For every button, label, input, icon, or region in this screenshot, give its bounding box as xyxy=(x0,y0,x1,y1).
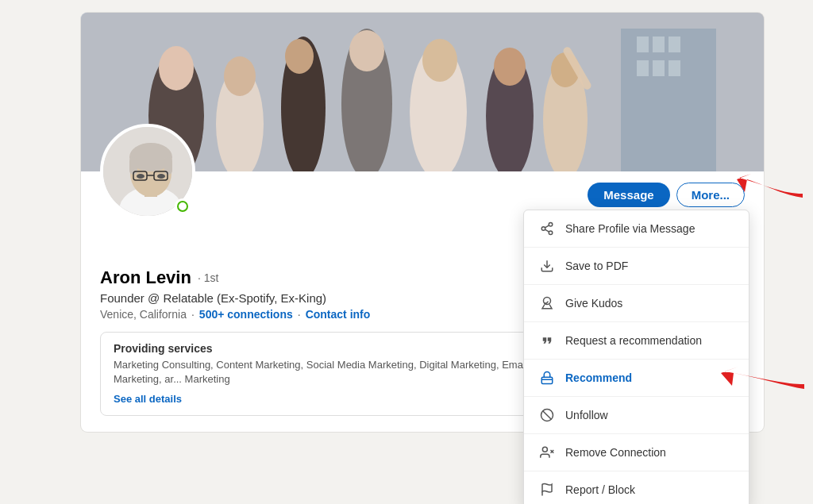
svg-line-49 xyxy=(543,411,552,420)
svg-point-40 xyxy=(541,227,545,231)
svg-point-34 xyxy=(137,174,144,179)
connection-degree: · 1st xyxy=(198,271,218,284)
menu-label-give-kudos: Give Kudos xyxy=(565,297,622,310)
svg-point-50 xyxy=(542,447,547,452)
flag-icon xyxy=(538,481,556,498)
recommend-icon xyxy=(538,369,556,387)
action-buttons: Message More... xyxy=(100,171,745,207)
menu-label-report-block: Report / Block xyxy=(565,483,635,496)
menu-label-save-pdf: Save to PDF xyxy=(565,260,628,272)
download-icon xyxy=(538,257,556,275)
menu-item-remove-connection[interactable]: Remove Connection xyxy=(524,434,749,471)
menu-label-request-recommendation: Request a recommendation xyxy=(565,334,702,347)
menu-item-report-block[interactable]: Report / Block xyxy=(524,471,749,504)
page-wrapper: Message More... Aron Levin · 1st Founder… xyxy=(0,13,813,504)
svg-point-41 xyxy=(549,231,553,235)
menu-item-request-recommendation[interactable]: Request a recommendation xyxy=(524,322,749,360)
remove-person-icon xyxy=(538,444,556,461)
location: Venice, California xyxy=(100,308,187,321)
menu-label-remove-connection: Remove Connection xyxy=(565,446,666,459)
svg-point-39 xyxy=(549,223,553,227)
menu-item-share-profile[interactable]: Share Profile via Message xyxy=(524,210,749,248)
contact-info-link[interactable]: Contact info xyxy=(306,308,371,321)
red-arrow-more xyxy=(727,170,807,217)
svg-rect-46 xyxy=(541,377,553,383)
profile-name: Aron Levin xyxy=(100,267,191,288)
services-box: Providing services Marketing Consulting,… xyxy=(100,332,576,416)
menu-label-recommend: Recommend xyxy=(565,371,632,384)
services-list: Marketing Consulting, Content Marketing,… xyxy=(114,358,563,387)
see-all-link[interactable]: See all details xyxy=(114,393,182,405)
svg-line-42 xyxy=(545,229,549,232)
red-arrow-recommend xyxy=(713,362,808,410)
online-indicator xyxy=(175,198,191,214)
online-dot xyxy=(177,201,188,212)
services-title: Providing services xyxy=(114,342,563,355)
menu-label-unfollow: Unfollow xyxy=(565,409,608,421)
dropdown-menu: Share Profile via Message Save to PDF Gi… xyxy=(523,210,749,504)
kudos-icon xyxy=(538,294,556,312)
message-button[interactable]: Message xyxy=(588,183,669,207)
menu-item-save-pdf[interactable]: Save to PDF xyxy=(524,248,749,285)
avatar-wrapper xyxy=(100,124,195,219)
share-icon xyxy=(538,220,556,237)
menu-label-share-profile: Share Profile via Message xyxy=(565,222,695,235)
unfollow-icon xyxy=(538,406,556,424)
quote-icon xyxy=(538,332,556,349)
svg-point-35 xyxy=(157,174,165,179)
svg-line-43 xyxy=(545,225,549,228)
menu-item-give-kudos[interactable]: Give Kudos xyxy=(524,285,749,322)
connections-link[interactable]: 500+ connections xyxy=(199,308,293,321)
